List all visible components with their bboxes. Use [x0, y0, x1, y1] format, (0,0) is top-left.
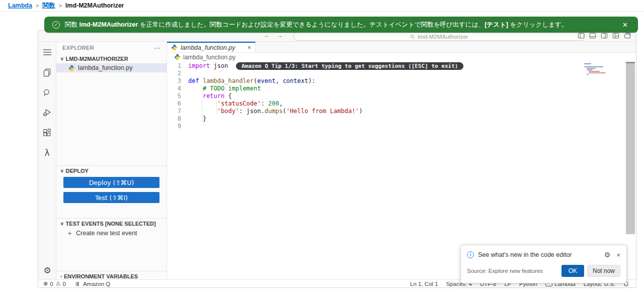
problems-errors[interactable]: ⊗ 0 — [43, 280, 53, 287]
customize-layout-icon[interactable] — [612, 32, 619, 39]
more-actions-icon[interactable] — [624, 32, 631, 39]
explorer-more-icon[interactable]: ⋯ — [154, 44, 160, 52]
success-banner: ✓ 関数 lmd-M2MAuthorizer を正常に作成しました。関数コードお… — [44, 17, 638, 33]
screen: Lambda > 関数 > lmd-M2MAuthorizer ✓ 関数 lmd… — [0, 0, 644, 293]
environment-variables-section: › ENVIRONMENT VARIABLES — [56, 271, 167, 279]
banner-text: 関数 lmd-M2MAuthorizer を正常に作成しました。関数コードおよび… — [65, 21, 568, 29]
code-line[interactable]: 6 'statusCode': 200, — [167, 100, 636, 108]
code-line[interactable]: 8 } — [167, 115, 636, 123]
create-test-event[interactable]: ＋ Create new test event — [56, 229, 167, 238]
indent-guide — [216, 100, 217, 115]
command-center-search[interactable]: lmd-M2MAuthorizer — [294, 32, 585, 41]
error-icon: ⊗ — [43, 280, 48, 287]
amazon-q-tip: Amazon Q Tip 1/3: Start typing to get su… — [236, 62, 463, 70]
deploy-button[interactable]: Deploy (⇧⌘U) — [63, 177, 159, 188]
tab-bar: lambda_function.py × — [167, 42, 636, 53]
chevron-right-icon: › — [60, 274, 62, 279]
editor-breadcrumb-file: lambda_function.py — [183, 54, 235, 61]
toast-close-icon[interactable]: × — [616, 251, 620, 259]
code-line[interactable]: 4 # TODO implement — [167, 85, 636, 92]
tab-close-icon[interactable]: × — [247, 44, 251, 51]
test-events-section: ∨ TEST EVENTS [NONE SELECTED] ＋ Create n… — [56, 218, 167, 271]
cursor-position[interactable]: Ln 1, Col 1 — [410, 281, 438, 287]
python-file-icon — [174, 54, 181, 60]
nav-forward-icon[interactable]: → — [276, 32, 283, 39]
chevron-down-icon: ∨ — [60, 56, 64, 61]
editor-group: lambda_function.py × lambda_function.py … — [167, 42, 636, 279]
success-check-icon: ✓ — [52, 21, 60, 29]
minimap[interactable] — [584, 63, 620, 75]
deploy-section: ∨ DEPLOY Deploy (⇧⌘U) Test (⇧⌘I) — [56, 165, 167, 218]
explorer-sidebar: EXPLORER ⋯ ∨ LMD-M2MAUTHORIZER lambda_fu… — [56, 42, 167, 279]
toast-settings-gear-icon[interactable]: ⚙ — [604, 251, 611, 259]
chevron-down-icon: ∨ — [60, 221, 64, 226]
aws-lambda-icon[interactable]: λ — [41, 146, 54, 159]
run-debug-icon[interactable] — [41, 106, 54, 119]
test-events-header[interactable]: ∨ TEST EVENTS [NONE SELECTED] — [56, 219, 167, 229]
breadcrumb-link-functions[interactable]: 関数 — [42, 2, 55, 10]
file-item-lambda-function[interactable]: lambda_function.py — [56, 63, 167, 72]
toggle-panel-icon[interactable] — [589, 32, 596, 39]
menu-icon[interactable] — [41, 46, 54, 59]
scrollbar[interactable] — [626, 62, 635, 234]
toast-source: Source: Explore new features — [467, 268, 543, 274]
code-line[interactable]: 9 — [167, 123, 636, 130]
project-folder[interactable]: ∨ LMD-M2MAUTHORIZER — [56, 54, 167, 63]
notification-toast: i See what's new in the code editor ⚙ × … — [460, 245, 627, 283]
tab-label: lambda_function.py — [181, 44, 235, 51]
code-line[interactable]: 5 return { — [167, 92, 636, 100]
code-line[interactable]: 7 'body': json.dumps('Hello from Lambda!… — [167, 108, 636, 115]
info-icon: i — [467, 251, 474, 258]
breadcrumb-separator: > — [36, 3, 39, 9]
not-now-button[interactable]: Not now — [587, 265, 620, 277]
file-tree: ∨ LMD-M2MAUTHORIZER lambda_function.py — [56, 54, 167, 165]
python-file-icon — [68, 65, 75, 71]
warning-icon: ⚠ — [56, 280, 61, 287]
nav-back-icon[interactable]: ← — [264, 32, 270, 39]
banner-close-icon[interactable]: ✕ — [620, 21, 630, 29]
search-view-icon[interactable] — [41, 86, 54, 99]
toggle-sidebar-icon[interactable] — [578, 32, 585, 39]
ok-button[interactable]: OK — [561, 265, 584, 277]
code-line[interactable]: 2 — [167, 70, 636, 77]
deploy-section-header[interactable]: ∨ DEPLOY — [56, 166, 167, 176]
indent-guide — [202, 85, 202, 122]
search-icon — [410, 34, 415, 39]
code-lines: 1import json23def lambda_handler(event, … — [167, 62, 636, 130]
file-name: lambda_function.py — [78, 64, 132, 71]
code-line[interactable]: 3def lambda_handler(event, context): — [167, 77, 636, 85]
breadcrumb-current: lmd-M2MAuthorizer — [65, 2, 124, 9]
plus-icon: ＋ — [66, 229, 73, 238]
explorer-icon[interactable] — [41, 66, 54, 79]
explorer-title: EXPLORER — [62, 45, 94, 51]
settings-gear-icon[interactable]: ⚙ — [38, 265, 56, 275]
chevron-down-icon: ∨ — [60, 168, 64, 173]
python-file-icon — [171, 44, 178, 51]
pause-icon — [76, 282, 78, 286]
test-button[interactable]: Test (⇧⌘I) — [63, 192, 159, 203]
tab-lambda-function[interactable]: lambda_function.py × — [167, 42, 256, 52]
problems-warnings[interactable]: ⚠ 0 — [56, 280, 66, 287]
breadcrumb-separator: > — [58, 3, 61, 9]
breadcrumb: Lambda > 関数 > lmd-M2MAuthorizer — [0, 0, 644, 12]
editor-breadcrumb[interactable]: lambda_function.py — [167, 53, 636, 61]
toast-title: See what's new in the code editor — [478, 251, 572, 258]
toggle-secondary-sidebar-icon[interactable] — [601, 32, 608, 39]
breadcrumb-link-lambda[interactable]: Lambda — [8, 2, 32, 9]
activity-bar: λ ⚙ — [38, 42, 56, 279]
extensions-icon[interactable] — [41, 126, 54, 139]
amazon-q-status[interactable]: Amazon Q — [76, 281, 110, 287]
command-center-value: lmd-M2MAuthorizer — [418, 34, 468, 40]
